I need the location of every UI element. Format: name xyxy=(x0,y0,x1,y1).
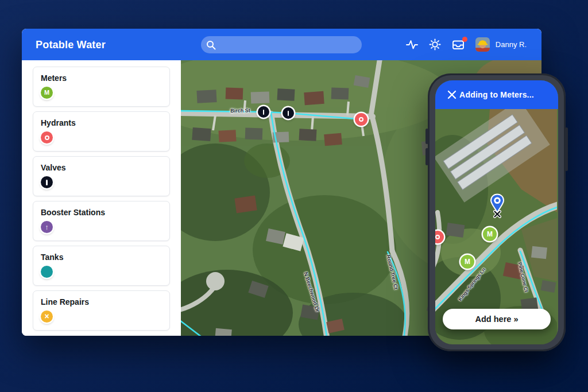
hydrant-icon xyxy=(41,131,53,143)
phone-sheet-title: Adding to Meters... xyxy=(459,90,534,99)
power-button xyxy=(565,127,568,171)
layer-label: Valves xyxy=(41,163,162,172)
hydrant-ring-glyph xyxy=(45,135,49,140)
header-actions: Danny R. xyxy=(406,29,527,60)
layer-card-tanks[interactable]: Tanks xyxy=(33,246,170,286)
phone-screen: Adding to Meters... xyxy=(435,80,558,344)
valve-marker[interactable] xyxy=(283,107,294,119)
inbox-icon[interactable] xyxy=(452,39,465,51)
meter-glyph: M xyxy=(44,90,49,96)
valve-bar-glyph xyxy=(46,180,48,185)
search-input[interactable] xyxy=(216,41,357,49)
layer-label: Booster Stations xyxy=(41,208,162,217)
close-icon[interactable] xyxy=(447,90,457,99)
activity-icon[interactable] xyxy=(406,39,418,51)
meter-marker[interactable]: M xyxy=(461,255,474,269)
hydrant-marker[interactable] xyxy=(355,113,368,126)
user-name: Danny R. xyxy=(496,40,527,49)
layer-label: Tanks xyxy=(41,253,162,262)
hydrant-ring-glyph xyxy=(359,117,363,122)
layer-label: Line Repairs xyxy=(41,297,162,306)
valve-marker[interactable] xyxy=(258,106,269,118)
volume-up-button xyxy=(425,129,428,144)
search-bar[interactable] xyxy=(201,36,362,53)
layer-label: Meters xyxy=(41,73,162,83)
layer-card-hydrants[interactable]: Hydrants xyxy=(33,111,170,152)
layer-card-meters[interactable]: Meters M xyxy=(33,67,170,107)
notification-dot xyxy=(462,37,467,42)
target-x-icon xyxy=(493,210,501,220)
avatar xyxy=(475,37,490,52)
arrow-up-glyph: ↑ xyxy=(45,223,49,231)
volume-down-button xyxy=(425,148,428,165)
search-icon xyxy=(206,40,216,50)
layer-card-booster-stations[interactable]: Booster Stations ↑ xyxy=(33,201,170,241)
valve-bar-glyph xyxy=(263,110,265,115)
add-here-button[interactable]: Add here » xyxy=(443,309,551,329)
phone-mockup: Adding to Meters... xyxy=(428,73,566,351)
valve-bar-glyph xyxy=(288,111,289,116)
line-repair-icon: × xyxy=(41,311,53,323)
app-header: Potable Water xyxy=(22,29,541,60)
page-background: { "app": { "title": "Potable Water" }, "… xyxy=(0,0,588,392)
valve-icon xyxy=(41,176,53,188)
meter-glyph: M xyxy=(487,230,493,238)
layers-sidebar: Meters M Hydrants Valves Booster Station… xyxy=(22,60,181,336)
layer-card-valves[interactable]: Valves xyxy=(33,156,170,196)
phone-header: Adding to Meters... xyxy=(435,80,558,109)
layer-card-line-repairs[interactable]: Line Repairs × xyxy=(33,290,170,331)
x-glyph: × xyxy=(44,312,49,320)
tank-icon xyxy=(41,266,53,278)
meter-icon: M xyxy=(41,87,53,99)
booster-station-icon: ↑ xyxy=(41,221,53,233)
user-menu[interactable]: Danny R. xyxy=(475,37,527,52)
layer-label: Hydrants xyxy=(41,118,162,127)
app-title: Potable Water xyxy=(36,38,106,51)
meter-glyph: M xyxy=(465,258,470,266)
gear-icon[interactable] xyxy=(429,38,441,51)
meter-marker[interactable]: M xyxy=(483,227,497,241)
hydrant-ring-glyph xyxy=(435,235,440,239)
